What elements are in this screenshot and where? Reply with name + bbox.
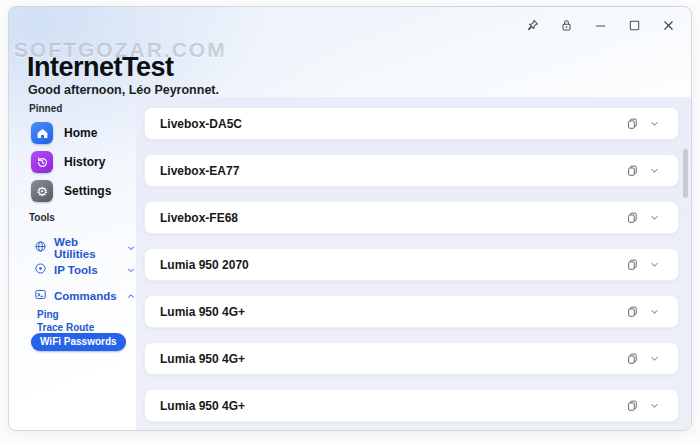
- sidebar-item-commands[interactable]: Commands: [34, 287, 136, 305]
- expand-button[interactable]: [643, 113, 665, 135]
- sidebar-item-home[interactable]: Home: [31, 122, 97, 144]
- network-card[interactable]: Lumia 950 4G+: [144, 295, 679, 328]
- globe-icon: [34, 239, 47, 257]
- gear-icon: ⚙: [31, 180, 53, 202]
- chevron-up-icon: [126, 287, 136, 305]
- app-window: SOFTGOZAR.COM InternetTest Good afternoo…: [8, 6, 692, 431]
- copy-button[interactable]: [621, 395, 643, 417]
- copy-button[interactable]: [621, 301, 643, 323]
- home-icon: [31, 122, 53, 144]
- pinned-section-label: Pinned: [29, 103, 62, 114]
- network-card[interactable]: Livebox-FE68: [144, 201, 679, 234]
- close-button[interactable]: [655, 13, 681, 37]
- sidebar-item-label: Home: [64, 126, 97, 140]
- sidebar-item-settings[interactable]: ⚙ Settings: [31, 180, 111, 202]
- copy-button[interactable]: [621, 160, 643, 182]
- maximize-button[interactable]: [621, 13, 647, 37]
- expand-button[interactable]: [643, 348, 665, 370]
- sidebar-item-web-utilities[interactable]: Web Utilities: [34, 236, 136, 260]
- pin-icon: [525, 18, 540, 33]
- copy-button[interactable]: [621, 348, 643, 370]
- network-name: Lumia 950 4G+: [160, 305, 621, 319]
- scrollbar-thumb[interactable]: [683, 149, 688, 198]
- expand-button[interactable]: [643, 160, 665, 182]
- chevron-down-icon: [126, 239, 136, 257]
- sidebar-item-wifi-passwords[interactable]: WiFi Passwords: [31, 333, 126, 351]
- sidebar-item-ip-tools[interactable]: IP Tools: [34, 261, 136, 279]
- history-icon: [31, 151, 53, 173]
- network-card[interactable]: Lumia 950 2070: [144, 248, 679, 281]
- maximize-icon: [627, 18, 642, 33]
- network-card[interactable]: Lumia 950 4G+: [144, 342, 679, 375]
- copy-button[interactable]: [621, 207, 643, 229]
- target-icon: [34, 261, 47, 279]
- expand-button[interactable]: [643, 207, 665, 229]
- page-title: InternetTest: [27, 52, 174, 83]
- network-card[interactable]: Livebox-EA77: [144, 154, 679, 187]
- sidebar-item-label: Settings: [64, 184, 111, 198]
- titlebar: [519, 13, 681, 37]
- tool-label: Commands: [54, 290, 119, 302]
- network-card[interactable]: Lumia 950 4G+: [144, 389, 679, 422]
- copy-button[interactable]: [621, 113, 643, 135]
- pin-button[interactable]: [519, 13, 545, 37]
- network-name: Lumia 950 4G+: [160, 399, 621, 413]
- sidebar-item-ping[interactable]: Ping: [37, 309, 59, 320]
- terminal-icon: [34, 287, 47, 305]
- network-name: Lumia 950 2070: [160, 258, 621, 272]
- chevron-down-icon: [126, 261, 136, 279]
- tools-section-label: Tools: [29, 212, 55, 223]
- sidebar-item-trace-route[interactable]: Trace Route: [37, 322, 94, 333]
- network-name: Livebox-FE68: [160, 211, 621, 225]
- tool-label: Web Utilities: [54, 236, 119, 260]
- minimize-icon: [593, 18, 608, 33]
- network-name: Lumia 950 4G+: [160, 352, 621, 366]
- sidebar-item-history[interactable]: History: [31, 151, 105, 173]
- minimize-button[interactable]: [587, 13, 613, 37]
- network-list: Livebox-DA5C Livebox-EA77 Livebox-FE68 L…: [136, 97, 691, 430]
- network-card[interactable]: Livebox-DA5C: [144, 107, 679, 140]
- lock-icon: [559, 18, 574, 33]
- close-icon: [661, 18, 676, 33]
- expand-button[interactable]: [643, 254, 665, 276]
- copy-button[interactable]: [621, 254, 643, 276]
- expand-button[interactable]: [643, 395, 665, 417]
- tool-label: IP Tools: [54, 264, 119, 276]
- network-name: Livebox-EA77: [160, 164, 621, 178]
- greeting-text: Good afternoon, Léo Peyronnet.: [28, 83, 219, 97]
- lock-button[interactable]: [553, 13, 579, 37]
- sidebar-item-label: History: [64, 155, 105, 169]
- network-name: Livebox-DA5C: [160, 117, 621, 131]
- expand-button[interactable]: [643, 301, 665, 323]
